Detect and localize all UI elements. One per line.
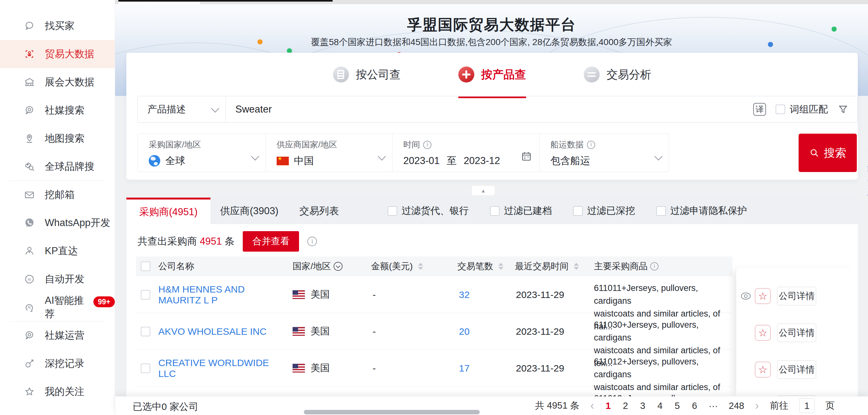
phrase-match-checkbox[interactable] (776, 104, 785, 114)
sidebar-item-social-operation[interactable]: 社媒运营 (0, 321, 115, 349)
tab-search-by-company[interactable]: 按公司查 (333, 62, 401, 91)
country-filter-icon[interactable] (334, 262, 343, 271)
magnifier-icon (809, 148, 819, 158)
page-number-2[interactable]: 2 (622, 401, 629, 411)
date-to-value[interactable]: 2023-12 (464, 155, 500, 167)
page-number-3[interactable]: 3 (640, 401, 646, 411)
tab-label: 按公司查 (356, 67, 401, 82)
header-label: 国家/地区 (292, 260, 331, 273)
sidebar-item-ai-recommend[interactable]: AI AI智能推荐 99+ (0, 293, 115, 321)
sort-icon[interactable] (418, 263, 423, 270)
filter-forwarders-banks-checkbox[interactable] (388, 206, 397, 216)
next-page-icon[interactable]: › (755, 399, 759, 412)
page-number-248[interactable]: 248 (729, 401, 744, 411)
prev-page-icon[interactable]: ‹ (590, 399, 594, 412)
page-number-6[interactable]: 6 (691, 401, 698, 411)
transaction-count-link[interactable]: 17 (459, 350, 469, 387)
row-checkbox[interactable] (141, 290, 150, 299)
company-detail-button[interactable]: 公司详情 (777, 324, 816, 342)
horizontal-scrollbar-thumb[interactable] (304, 410, 480, 414)
company-link[interactable]: CREATIVE WORLDWIDE LLC (158, 357, 286, 379)
filter-archived-option[interactable]: 过滤已建档 (490, 204, 552, 217)
filter-funnel-icon[interactable] (838, 104, 848, 115)
sidebar-item-map-search[interactable]: 地图搜索 (0, 124, 115, 153)
table-row-partial[interactable]: 611012+Jerseys, pullovers, cardigans (136, 387, 733, 396)
products-line1: 611012+Jerseys, pullovers, cardigans (594, 355, 732, 381)
app-window: 孚盟国际贸易大数据平台 覆盖58个国家进口数据和45国出口数据,包含200个国家… (0, 0, 868, 415)
page-ellipsis[interactable]: ··· (709, 401, 718, 411)
date-from-value[interactable]: 2023-01 (403, 155, 440, 167)
favorite-star-button[interactable]: ☆ (755, 325, 771, 341)
sidebar-item-dig-records[interactable]: 深挖记录 (0, 349, 115, 378)
page-number-1[interactable]: 1 (605, 401, 612, 411)
header-country[interactable]: 国家/地区 (292, 256, 343, 276)
eye-icon[interactable] (739, 292, 753, 300)
filter-supplier-country[interactable]: 供应商国家/地区 中国 (266, 134, 393, 172)
filter-buy-country[interactable]: 采购国家/地区 全球 (138, 134, 266, 172)
products-line1: 611030+Jerseys, pullovers, cardigans (594, 318, 732, 344)
table-row[interactable]: CREATIVE WORLDWIDE LLC 美国 - 17 2023-11-2… (136, 350, 733, 387)
select-all-checkbox[interactable] (141, 261, 150, 271)
header-amount[interactable]: 金额(美元) (371, 256, 423, 276)
search-field-selector[interactable]: 产品描述 (138, 96, 226, 123)
sidebar-item-exhibition-bigdata[interactable]: 展会大数据 (0, 68, 115, 96)
sort-icon[interactable] (498, 263, 503, 270)
header-transaction-count[interactable]: 交易笔数 (457, 256, 503, 276)
table-header: 公司名称 国家/地区 金额(美元) 交易笔数 最近交易时间 主要采购商品 i (136, 256, 733, 276)
sidebar-item-social-search[interactable]: 社媒搜索 (0, 96, 115, 124)
filter-privacy-request-option[interactable]: 过滤申请隐私保护 (656, 204, 747, 217)
collapse-panel-button[interactable]: ▲ (471, 186, 495, 196)
row-checkbox[interactable] (141, 363, 150, 373)
merge-view-button[interactable]: 合并查看 (243, 231, 299, 252)
sidebar-item-mine-email[interactable]: 挖邮箱 (0, 181, 115, 209)
search-button[interactable]: 搜索 (799, 134, 857, 172)
info-icon[interactable]: i (650, 262, 658, 270)
transaction-count-link[interactable]: 32 (459, 276, 469, 313)
filter-time-range[interactable]: 时间 i 2023-01 至 2023-12 (393, 134, 539, 172)
envelope-icon (23, 188, 36, 201)
calendar-icon[interactable] (521, 151, 532, 162)
favorite-star-button[interactable]: ☆ (755, 361, 771, 378)
row-checkbox[interactable] (141, 327, 150, 337)
search-input[interactable] (226, 104, 753, 115)
company-link[interactable]: AKVO WHOLESALE INC (158, 326, 267, 337)
china-flag-icon (277, 157, 289, 165)
table-row[interactable]: AKVO WHOLESALE INC 美国 - 20 2023-11-29 61… (136, 313, 733, 350)
tab-transaction-list[interactable]: 交易列表 (288, 198, 350, 224)
tab-buyers[interactable]: 采购商(4951) (126, 198, 211, 224)
sidebar-item-find-buyers[interactable]: 找买家 (0, 12, 115, 40)
tab-suppliers[interactable]: 供应商(3903) (211, 198, 288, 224)
sidebar-item-trade-bigdata[interactable]: 贸易大数据 (0, 40, 115, 68)
tab-search-by-product[interactable]: 按产品查 (458, 62, 526, 91)
table-row[interactable]: H&M HENNES AND MAURITZ L P 美国 - 32 2023-… (136, 276, 733, 313)
top-black-bar (118, 0, 333, 2)
sidebar-item-global-brand-search[interactable]: 全球品牌搜 (0, 153, 115, 181)
sidebar-item-whatsapp-dev[interactable]: WhatsApp开发 (0, 209, 115, 237)
company-detail-button[interactable]: 公司详情 (777, 360, 816, 379)
favorite-star-button[interactable]: ☆ (755, 288, 771, 304)
goto-page-input[interactable] (799, 398, 814, 413)
sidebar-item-kp-direct[interactable]: KP直达 (0, 237, 115, 265)
company-link[interactable]: H&M HENNES AND MAURITZ L P (158, 284, 286, 306)
header-last-date[interactable]: 最近交易时间 (515, 256, 579, 276)
info-icon[interactable]: i (307, 236, 317, 246)
svg-text:AI: AI (28, 277, 31, 281)
sort-icon[interactable] (574, 263, 579, 270)
page-number-4[interactable]: 4 (657, 401, 663, 411)
filter-archived-checkbox[interactable] (490, 206, 500, 216)
tab-transaction-analysis[interactable]: 交易分析 (584, 62, 651, 91)
translate-button[interactable]: 译 (753, 103, 766, 116)
phrase-match-option[interactable]: 词组匹配 (776, 103, 828, 116)
filter-deep-dug-option[interactable]: 过滤已深挖 (573, 204, 635, 217)
sidebar-item-auto-dev[interactable]: AI 自动开发 (0, 265, 115, 293)
filter-shipping-data[interactable]: 船运数据 i 包含船运 (539, 134, 669, 172)
company-detail-button[interactable]: 公司详情 (777, 287, 816, 305)
page-number-5[interactable]: 5 (674, 401, 681, 411)
filter-deep-dug-checkbox[interactable] (573, 206, 583, 216)
sidebar-item-my-follow[interactable]: 我的关注 (0, 378, 115, 406)
filter-privacy-request-checkbox[interactable] (656, 206, 666, 216)
filter-forwarders-banks-option[interactable]: 过滤货代、银行 (388, 204, 469, 217)
tab-label: 按产品查 (481, 67, 526, 82)
products-cell: 611030+Jerseys, pullovers, cardigans wai… (594, 313, 732, 350)
transaction-count-link[interactable]: 20 (459, 313, 469, 350)
